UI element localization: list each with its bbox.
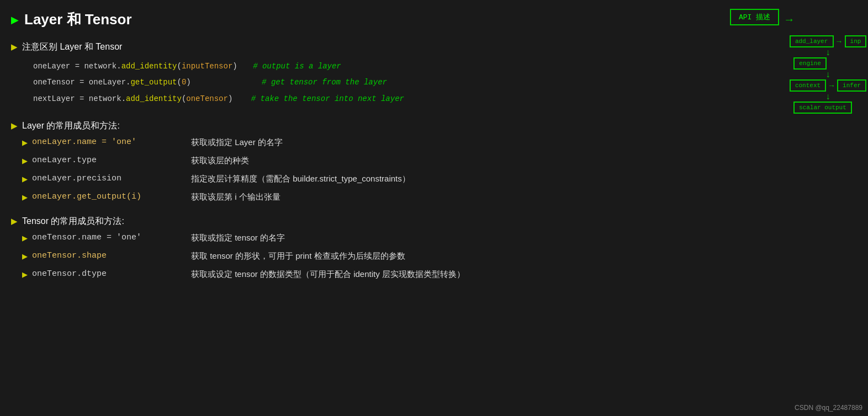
tensor-methods-section: ▶ Tensor 的常用成员和方法: ▶ oneTensor.name = 'o…	[11, 216, 697, 280]
item-desc: 获取该层的种类	[191, 156, 249, 166]
list-arrow: ▶	[22, 234, 28, 242]
diagram-container: add_layer → inp ↓ engine ↓	[713, 35, 862, 114]
item-desc: 获取或设定 tensor 的数据类型（可用于配合 identity 层实现数据类…	[191, 269, 465, 280]
item-desc: 获取或指定 Layer 的名字	[191, 137, 283, 148]
tensor-methods-header: ▶ Tensor 的常用成员和方法:	[11, 216, 697, 227]
title-arrow: ▶	[11, 14, 19, 26]
diag-arrow-down-2: ↓	[826, 70, 830, 79]
api-arrow: →	[784, 13, 795, 26]
list-item: ▶ oneLayer.precision 指定改层计算精度（需配合 builde…	[22, 174, 697, 184]
layer-methods-title: Layer 的常用成员和方法:	[22, 120, 120, 132]
note-section: ▶ 注意区别 Layer 和 Tensor oneLayer = network…	[11, 41, 697, 107]
item-name: oneLayer.precision	[32, 174, 187, 183]
diag-engine: engine	[793, 57, 827, 70]
item-name: oneLayer.name = 'one'	[32, 137, 187, 147]
network-diagram: add_layer → inp ↓ engine ↓	[793, 35, 862, 114]
list-item: ▶ oneLayer.name = 'one' 获取或指定 Layer 的名字	[22, 137, 697, 148]
item-name: oneTensor.name = 'one'	[32, 233, 187, 242]
diag-arrow-ctx: →	[828, 81, 835, 90]
item-desc: 获取或指定 tensor 的名字	[191, 233, 285, 243]
list-arrow: ▶	[22, 193, 28, 201]
page-title: Layer 和 Tensor	[24, 10, 132, 29]
watermark: CSDN @qq_22487889	[795, 404, 862, 412]
diag-inp: inp	[845, 35, 867, 47]
diag-arrow-down-1: ↓	[826, 48, 830, 57]
diag-scalar: scalar output	[793, 102, 852, 114]
list-item: ▶ oneLayer.get_output(i) 获取该层第 i 个输出张量	[22, 192, 697, 202]
diag-context: context	[790, 79, 826, 92]
api-button[interactable]: API 描述	[730, 9, 779, 25]
item-name: oneTensor.shape	[32, 251, 187, 260]
layer-methods-section: ▶ Layer 的常用成员和方法: ▶ oneLayer.name = 'one…	[11, 120, 697, 202]
code-line-1: oneLayer = network.add_identity(inputTen…	[33, 58, 697, 74]
note-title: 注意区别 Layer 和 Tensor	[22, 41, 122, 53]
tensor-methods-title: Tensor 的常用成员和方法:	[22, 216, 124, 227]
page-title-row: ▶ Layer 和 Tensor	[11, 10, 697, 29]
item-name: oneTensor.dtype	[32, 269, 187, 279]
tensor-methods-list: ▶ oneTensor.name = 'one' 获取或指定 tensor 的名…	[11, 233, 697, 280]
diag-top: add_layer → inp ↓ engine ↓	[793, 35, 862, 114]
diag-infer: infer	[837, 79, 866, 92]
item-desc: 指定改层计算精度（需配合 builder.strict_type_constra…	[191, 174, 410, 184]
code-line-3: nextLayer = network.add_identity(oneTens…	[33, 91, 697, 107]
api-button-row: API 描述 →	[713, 9, 862, 30]
list-item: ▶ oneLayer.type 获取该层的种类	[22, 156, 697, 166]
item-desc: 获取该层第 i 个输出张量	[191, 192, 280, 202]
diag-row-1: add_layer → inp	[790, 35, 867, 47]
note-section-header: ▶ 注意区别 Layer 和 Tensor	[11, 41, 697, 53]
item-name: oneLayer.type	[32, 156, 187, 165]
diag-arrow-down-3: ↓	[826, 92, 830, 101]
code-line-2: oneTensor = oneLayer.get_output(0) # get…	[33, 74, 697, 90]
list-item: ▶ oneTensor.name = 'one' 获取或指定 tensor 的名…	[22, 233, 697, 243]
diag-add-layer: add_layer	[790, 35, 834, 47]
diag-row-2: context → infer	[790, 79, 866, 92]
list-arrow: ▶	[22, 138, 28, 147]
list-arrow: ▶	[22, 175, 28, 183]
page-container: ▶ Layer 和 Tensor ▶ 注意区别 Layer 和 Tensor o…	[0, 0, 868, 416]
right-panel: API 描述 → add_layer → inp	[708, 0, 868, 416]
item-name: oneLayer.get_output(i)	[32, 192, 187, 201]
layer-methods-arrow: ▶	[11, 121, 18, 131]
diag-arrow-add: →	[835, 37, 843, 46]
list-arrow: ▶	[22, 157, 28, 165]
list-item: ▶ oneTensor.shape 获取 tensor 的形状，可用于 prin…	[22, 251, 697, 262]
list-arrow: ▶	[22, 270, 28, 279]
list-item: ▶ oneTensor.dtype 获取或设定 tensor 的数据类型（可用于…	[22, 269, 697, 280]
list-arrow: ▶	[22, 252, 28, 260]
tensor-methods-arrow: ▶	[11, 216, 18, 226]
code-block: oneLayer = network.add_identity(inputTen…	[33, 58, 697, 107]
layer-methods-header: ▶ Layer 的常用成员和方法:	[11, 120, 697, 132]
note-arrow: ▶	[11, 42, 18, 52]
layer-methods-list: ▶ oneLayer.name = 'one' 获取或指定 Layer 的名字 …	[11, 137, 697, 202]
item-desc: 获取 tensor 的形状，可用于 print 检查或作为后续层的参数	[191, 251, 405, 262]
main-content: ▶ Layer 和 Tensor ▶ 注意区别 Layer 和 Tensor o…	[0, 0, 708, 416]
